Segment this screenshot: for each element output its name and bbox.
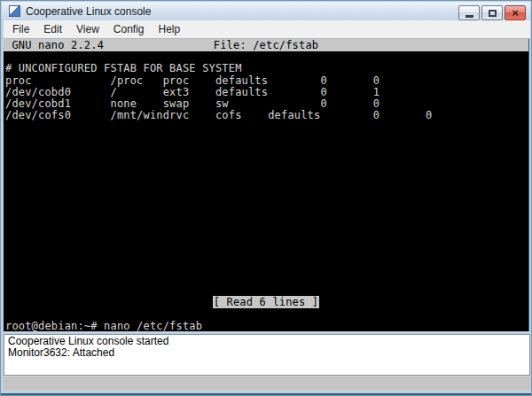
- window-title: Cooperative Linux console: [26, 5, 151, 18]
- close-icon: ×: [512, 7, 519, 19]
- close-button[interactable]: ×: [505, 5, 526, 20]
- fstab-line-cobd0: /dev/cobd0 / ext3 defaults 0 1: [4, 86, 528, 98]
- titlebar[interactable]: Cooperative Linux console ×: [2, 2, 530, 20]
- maximize-icon: [489, 10, 497, 17]
- console-log-panel: Cooperative Linux console started Monito…: [4, 334, 530, 376]
- fstab-line-cofs0: /dev/cofs0 /mnt/windrvc cofs defaults 0 …: [4, 109, 528, 121]
- cooperative-linux-console-window: Cooperative Linux console × File Edit Vi…: [0, 0, 532, 396]
- nano-filename: File: /etc/fstab: [214, 39, 318, 51]
- nano-version: GNU nano 2.2.4: [5, 39, 104, 51]
- status-strip: [4, 376, 530, 390]
- log-line-monitor: Monitor3632: Attached: [8, 347, 526, 359]
- menu-help[interactable]: Help: [152, 21, 188, 37]
- console-window-icon[interactable]: [9, 5, 20, 17]
- minimize-button[interactable]: [458, 5, 480, 20]
- minimize-icon: [466, 15, 473, 18]
- menu-view[interactable]: View: [69, 21, 106, 37]
- menu-file[interactable]: File: [5, 21, 36, 37]
- nano-statusbar: [ Read 6 lines ]: [4, 296, 528, 308]
- menu-edit[interactable]: Edit: [36, 21, 69, 37]
- nano-titlebar: GNU nano 2.2.4File: /etc/fstab: [4, 39, 528, 51]
- fstab-line-cobd1: /dev/cobd1 none swap sw 0 0: [4, 97, 528, 110]
- menubar: File Edit View Config Help: [4, 20, 530, 39]
- fstab-line-proc: proc /proc proc defaults 0 0: [4, 74, 528, 87]
- fstab-line-comment: # UNCONFIGURED FSTAB FOR BASE SYSTEM: [4, 62, 528, 74]
- maximize-button[interactable]: [481, 5, 503, 20]
- nano-status-message: [ Read 6 lines ]: [213, 296, 319, 308]
- caption-buttons: ×: [458, 5, 526, 20]
- shell-prompt-line: root@debian:~# nano /etc/fstab: [4, 320, 528, 331]
- menu-config[interactable]: Config: [106, 21, 152, 37]
- terminal-screen[interactable]: GNU nano 2.2.4File: /etc/fstab # UNCONFI…: [4, 39, 529, 331]
